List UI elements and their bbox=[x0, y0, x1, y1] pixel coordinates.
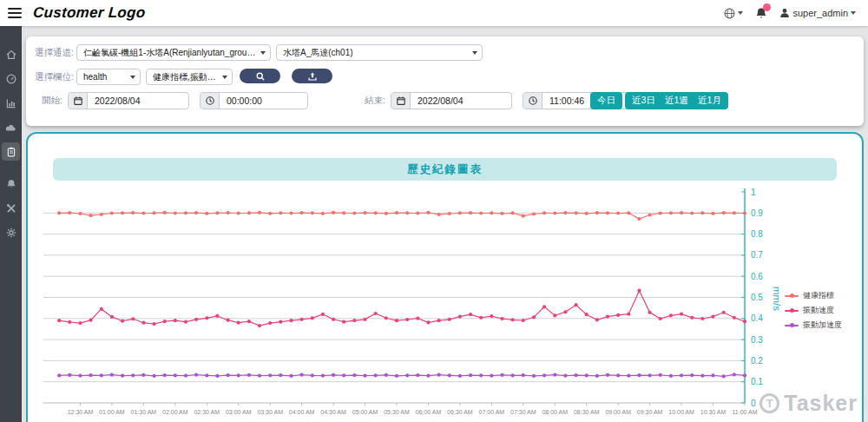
tasker-logo-icon: T bbox=[760, 393, 779, 413]
export-button[interactable] bbox=[292, 69, 332, 83]
svg-text:04:00 AM: 04:00 AM bbox=[289, 409, 315, 415]
chevron-down-icon bbox=[738, 11, 743, 15]
quick-range-1week-button[interactable]: 近1週 bbox=[658, 92, 695, 109]
quick-range-3days-button[interactable]: 近3日 bbox=[625, 92, 662, 109]
svg-text:08:00 AM: 08:00 AM bbox=[542, 409, 568, 415]
username: super_admin bbox=[792, 8, 848, 18]
legend-marker-icon bbox=[785, 310, 799, 312]
svg-text:0.7: 0.7 bbox=[751, 250, 763, 260]
upload-icon bbox=[308, 72, 317, 81]
chart-region: 00.10.20.30.40.50.60.70.80.9112:30 AM01:… bbox=[28, 188, 862, 422]
svg-text:0: 0 bbox=[751, 399, 756, 408]
customer-logo: Customer Logo bbox=[32, 4, 146, 22]
svg-text:10:30 AM: 10:30 AM bbox=[700, 409, 727, 415]
search-button[interactable] bbox=[240, 69, 280, 83]
svg-text:06:00 AM: 06:00 AM bbox=[416, 409, 442, 415]
device-select[interactable]: 仁鹼氯碳-機組1-水塔A(Renjianlyutan_group01_dev00… bbox=[76, 44, 271, 61]
svg-text:03:00 AM: 03:00 AM bbox=[226, 409, 252, 415]
svg-text:1: 1 bbox=[751, 188, 756, 197]
svg-text:mm/s: mm/s bbox=[772, 287, 782, 311]
sidebar-item-analytics[interactable] bbox=[2, 94, 20, 112]
svg-text:0.9: 0.9 bbox=[751, 208, 763, 218]
globe-icon bbox=[724, 8, 735, 19]
app-header: Customer Logo super_admin bbox=[0, 0, 868, 26]
svg-text:0.8: 0.8 bbox=[751, 229, 763, 239]
end-date-value: 2022/08/04 bbox=[411, 93, 511, 109]
svg-text:01:30 AM: 01:30 AM bbox=[131, 409, 157, 415]
metrics-multiselect[interactable]: 健康指標,振動速度,振動 bbox=[146, 69, 233, 85]
sidebar-item-alerts[interactable] bbox=[2, 175, 20, 193]
home-icon bbox=[6, 49, 16, 60]
start-label: 開始: bbox=[42, 92, 62, 109]
start-time-value: 00:00:00 bbox=[220, 93, 307, 109]
tasker-logo-text: Tasker bbox=[784, 391, 858, 416]
history-line-chart: 00.10.20.30.40.50.60.70.80.9112:30 AM01:… bbox=[28, 188, 844, 422]
svg-text:12:30 AM: 12:30 AM bbox=[68, 409, 94, 415]
start-time-input[interactable]: 00:00:00 bbox=[200, 92, 308, 109]
start-date-value: 2022/08/04 bbox=[88, 93, 188, 109]
tools-icon bbox=[6, 203, 16, 214]
sidebar-item-tools[interactable] bbox=[2, 199, 20, 217]
bar-chart-icon bbox=[6, 98, 16, 109]
channel-select-label: 選擇通道: bbox=[35, 44, 74, 61]
field-select-label: 選擇欄位: bbox=[35, 69, 74, 85]
sidebar-item-settings[interactable] bbox=[2, 223, 20, 241]
search-icon bbox=[256, 72, 265, 81]
svg-text:08:30 AM: 08:30 AM bbox=[574, 409, 600, 415]
sidebar-item-dashboard[interactable] bbox=[2, 69, 20, 88]
legend-label: 健康指標 bbox=[803, 290, 834, 301]
field-select[interactable]: health bbox=[76, 69, 141, 85]
legend-label: 振動速度 bbox=[803, 305, 834, 316]
calendar-icon bbox=[391, 93, 411, 109]
end-label: 結束: bbox=[365, 92, 385, 109]
language-menu[interactable] bbox=[724, 8, 743, 19]
legend-marker-icon bbox=[785, 295, 799, 297]
legend-item[interactable]: 振動加速度 bbox=[785, 320, 842, 331]
clock-icon bbox=[201, 93, 220, 109]
sidebar-item-home[interactable] bbox=[2, 45, 20, 63]
clock-icon bbox=[523, 93, 542, 109]
svg-text:05:00 AM: 05:00 AM bbox=[352, 409, 378, 415]
cloud-icon bbox=[5, 122, 16, 133]
history-chart-card: 歷史紀錄圖表 00.10.20.30.40.50.60.70.80.9112:3… bbox=[26, 132, 864, 422]
legend-item[interactable]: 健康指標 bbox=[785, 290, 842, 301]
sidebar-nav bbox=[0, 26, 22, 422]
bell-icon bbox=[6, 179, 16, 189]
svg-text:03:30 AM: 03:30 AM bbox=[257, 409, 283, 415]
svg-text:0.5: 0.5 bbox=[751, 293, 763, 302]
sidebar-item-cloud[interactable] bbox=[2, 118, 20, 136]
calendar-icon bbox=[69, 93, 88, 109]
hamburger-menu-icon[interactable] bbox=[8, 8, 22, 18]
user-icon bbox=[779, 8, 790, 18]
svg-text:0.2: 0.2 bbox=[751, 356, 763, 366]
svg-text:10:00 AM: 10:00 AM bbox=[668, 409, 694, 415]
svg-text:04:30 AM: 04:30 AM bbox=[320, 409, 346, 415]
gear-icon bbox=[6, 227, 16, 238]
notifications-button[interactable] bbox=[755, 7, 767, 20]
gauge-icon bbox=[6, 74, 16, 84]
end-date-input[interactable]: 2022/08/04 bbox=[391, 92, 512, 109]
svg-text:0.3: 0.3 bbox=[751, 335, 763, 345]
svg-text:09:30 AM: 09:30 AM bbox=[637, 409, 663, 415]
svg-text:02:30 AM: 02:30 AM bbox=[194, 409, 220, 415]
chart-legend: 健康指標振動速度振動加速度 bbox=[785, 290, 842, 331]
channel-select[interactable]: 水塔A_馬達(ch01) bbox=[276, 44, 483, 61]
filter-panel: 選擇通道: 仁鹼氯碳-機組1-水塔A(Renjianlyutan_group01… bbox=[26, 36, 864, 126]
user-menu[interactable]: super_admin bbox=[779, 8, 856, 18]
svg-text:06:30 AM: 06:30 AM bbox=[447, 409, 473, 415]
quick-range-today-button[interactable]: 今日 bbox=[590, 92, 622, 109]
start-date-input[interactable]: 2022/08/04 bbox=[68, 92, 189, 109]
legend-item[interactable]: 振動速度 bbox=[785, 305, 842, 316]
chart-title: 歷史紀錄圖表 bbox=[53, 158, 837, 181]
svg-text:01:00 AM: 01:00 AM bbox=[99, 409, 125, 415]
sidebar-item-records[interactable] bbox=[2, 142, 20, 161]
clipboard-icon bbox=[6, 147, 16, 157]
quick-range-1month-button[interactable]: 近1月 bbox=[691, 92, 728, 109]
tasker-watermark: T Tasker bbox=[760, 391, 858, 416]
svg-text:07:30 AM: 07:30 AM bbox=[510, 409, 536, 415]
notification-badge bbox=[763, 3, 771, 11]
legend-marker-icon bbox=[785, 325, 799, 326]
legend-label: 振動加速度 bbox=[803, 320, 842, 331]
svg-text:09:00 AM: 09:00 AM bbox=[605, 409, 631, 415]
svg-text:0.1: 0.1 bbox=[751, 377, 763, 386]
